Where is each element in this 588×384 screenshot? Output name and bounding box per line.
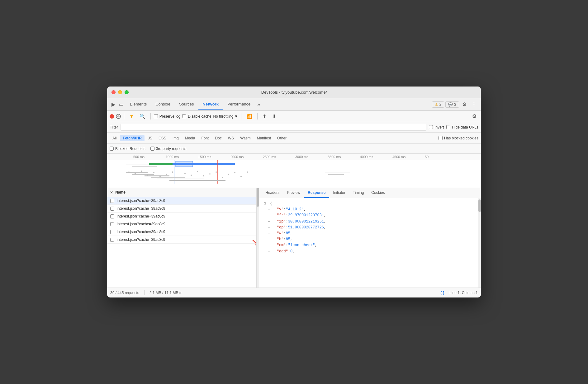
main-content: × Name interest.json?cache=39ac8c9 inter… bbox=[107, 188, 481, 288]
request-checkbox-4[interactable] bbox=[110, 222, 114, 226]
preserve-log-checkbox[interactable]: Preserve log bbox=[154, 114, 180, 119]
tab-initiator[interactable]: Initiator bbox=[329, 188, 349, 198]
blocked-cookies-checkbox[interactable]: Has blocked cookies bbox=[439, 136, 478, 140]
requests-scrollbar[interactable] bbox=[257, 188, 259, 288]
request-name-3: interest.json?cache=39ac8c9 bbox=[117, 214, 253, 218]
filter-media[interactable]: Media bbox=[182, 135, 198, 141]
preserve-log-input[interactable] bbox=[154, 114, 158, 118]
filter-img[interactable]: Img bbox=[170, 135, 182, 141]
settings-icon[interactable]: ⚙ bbox=[460, 100, 468, 109]
clear-button[interactable]: ⊘ bbox=[116, 114, 121, 119]
requests-scrollbar-thumb[interactable] bbox=[257, 188, 259, 207]
third-party-checkbox[interactable]: 3rd-party requests bbox=[150, 147, 186, 151]
devtools-tabs-bar: ▶ ▭ Elements Console Sources Network Per… bbox=[107, 98, 481, 111]
tab-timing[interactable]: Timing bbox=[349, 188, 368, 198]
filter-other[interactable]: Other bbox=[274, 135, 289, 141]
disable-cache-input[interactable] bbox=[182, 114, 186, 118]
comment-badge[interactable]: 💬 3 bbox=[445, 101, 459, 108]
export-button[interactable]: ⬇ bbox=[270, 113, 278, 120]
svg-point-28 bbox=[247, 171, 248, 173]
minimize-button[interactable] bbox=[118, 90, 122, 94]
warning-count: 2 bbox=[439, 102, 442, 107]
filter-font[interactable]: Font bbox=[198, 135, 211, 141]
throttle-dropdown[interactable]: No throttling ▼ bbox=[213, 114, 238, 119]
request-row[interactable]: interest.json?cache=39ac8c9 bbox=[107, 228, 256, 236]
blocked-requests-checkbox[interactable]: Blocked Requests bbox=[110, 147, 145, 151]
request-name-6: interest.json?cache=39ac8c9 bbox=[117, 237, 253, 242]
third-party-label: 3rd-party requests bbox=[156, 147, 186, 151]
tick-3000: 3000 ms bbox=[294, 155, 326, 159]
json-dash: – bbox=[268, 213, 277, 218]
title-bar: DevTools - tv.youtube.com/welcome/ bbox=[107, 87, 481, 98]
wifi-icon[interactable]: 📶 bbox=[244, 113, 254, 120]
close-button[interactable] bbox=[111, 90, 116, 94]
maximize-button[interactable] bbox=[125, 90, 129, 94]
tick-500: 500 ms bbox=[132, 155, 164, 159]
format-button[interactable]: { } bbox=[440, 290, 445, 295]
filter-manifest[interactable]: Manifest bbox=[254, 135, 274, 141]
tab-headers[interactable]: Headers bbox=[262, 188, 283, 198]
code-line-5: – "op": 51.0000020772726, bbox=[264, 225, 473, 231]
blocked-cookies-input[interactable] bbox=[439, 136, 443, 140]
filter-all[interactable]: All bbox=[110, 135, 119, 141]
json-key: "nm" bbox=[277, 242, 286, 248]
detail-scrollbar-thumb[interactable] bbox=[478, 199, 481, 212]
tab-elements[interactable]: Elements bbox=[126, 99, 151, 110]
more-icon[interactable]: ⋮ bbox=[470, 100, 478, 109]
inspect-icon[interactable]: ▶ bbox=[110, 100, 117, 109]
invert-checkbox[interactable]: Invert bbox=[429, 125, 444, 129]
invert-input[interactable] bbox=[429, 125, 433, 129]
filter-wasm[interactable]: Wasm bbox=[237, 135, 254, 141]
request-checkbox-3[interactable] bbox=[110, 214, 114, 218]
import-button[interactable]: ⬆ bbox=[261, 113, 268, 120]
network-settings-icon[interactable]: ⚙ bbox=[470, 112, 478, 120]
tab-console[interactable]: Console bbox=[151, 99, 175, 110]
disable-cache-label: Disable cache bbox=[188, 114, 211, 119]
record-button[interactable] bbox=[110, 114, 114, 119]
tab-cookies[interactable]: Cookies bbox=[368, 188, 388, 198]
tab-list: Elements Console Sources Network Perform… bbox=[126, 99, 432, 110]
line-num: 1 bbox=[264, 201, 266, 207]
request-checkbox-1[interactable] bbox=[110, 199, 114, 203]
tick-4500: 4500 ms bbox=[391, 155, 424, 159]
disable-cache-checkbox[interactable]: Disable cache bbox=[182, 114, 211, 119]
request-checkbox-5[interactable] bbox=[110, 230, 114, 234]
json-dash: – bbox=[268, 242, 277, 248]
filter-ws[interactable]: WS bbox=[225, 135, 237, 141]
tab-response[interactable]: Response bbox=[304, 188, 329, 198]
request-checkbox-6[interactable] bbox=[110, 238, 114, 242]
close-panel-button[interactable]: × bbox=[110, 190, 113, 195]
request-row[interactable]: interest.json?cache=39ac8c9 bbox=[107, 197, 256, 205]
hide-data-urls-checkbox[interactable]: Hide data URLs bbox=[446, 125, 478, 129]
request-checkbox-2[interactable] bbox=[110, 207, 114, 211]
third-party-input[interactable] bbox=[150, 147, 154, 151]
filter-css[interactable]: CSS bbox=[156, 135, 169, 141]
tab-preview[interactable]: Preview bbox=[283, 188, 304, 198]
request-row[interactable]: interest.json?cache=39ac8c9 ↘ bbox=[107, 236, 256, 244]
json-value: 30.0000012219251 bbox=[288, 219, 324, 225]
preserve-log-label: Preserve log bbox=[159, 114, 180, 119]
tab-sources[interactable]: Sources bbox=[175, 99, 198, 110]
hide-data-urls-input[interactable] bbox=[446, 125, 450, 129]
detail-scrollbar[interactable] bbox=[478, 198, 481, 288]
warning-badge[interactable]: ⚠ 2 bbox=[432, 101, 444, 108]
tab-performance[interactable]: Performance bbox=[223, 99, 255, 110]
device-icon[interactable]: ▭ bbox=[117, 100, 126, 109]
request-row[interactable]: interest.json?cache=39ac8c9 bbox=[107, 220, 256, 228]
svg-point-15 bbox=[166, 174, 167, 175]
timeline-graph[interactable] bbox=[107, 160, 481, 184]
svg-point-21 bbox=[203, 175, 204, 176]
tick-4000: 4000 ms bbox=[359, 155, 391, 159]
filter-doc[interactable]: Doc bbox=[212, 135, 224, 141]
request-row[interactable]: interest.json?cache=39ac8c9 bbox=[107, 213, 256, 220]
blocked-requests-input[interactable] bbox=[110, 147, 114, 151]
request-row[interactable]: interest.json?cache=39ac8c9 bbox=[107, 205, 256, 213]
filter-icon[interactable]: ▼ bbox=[127, 113, 136, 120]
timeline-area[interactable]: 500 ms 1000 ms 1500 ms 2000 ms 2500 ms 3… bbox=[107, 154, 481, 188]
filter-fetch-xhr[interactable]: Fetch/XHR bbox=[120, 135, 145, 141]
json-value: "4.10.2" bbox=[286, 207, 304, 213]
filter-js[interactable]: JS bbox=[145, 135, 155, 141]
search-icon[interactable]: 🔍 bbox=[138, 113, 147, 120]
tab-network[interactable]: Network bbox=[198, 99, 223, 110]
tab-more-icon[interactable]: » bbox=[255, 101, 263, 109]
